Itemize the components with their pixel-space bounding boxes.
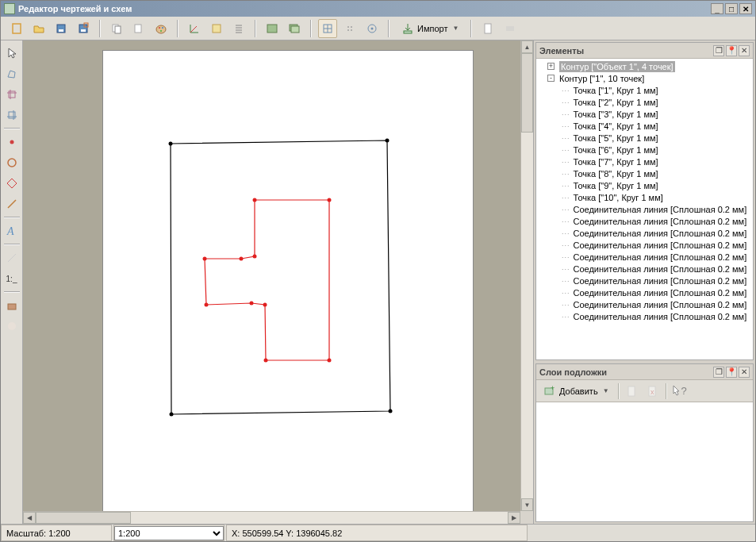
canvas-viewport[interactable]: ▲ ▼ ◀ ▶ <box>23 40 533 524</box>
tree-row[interactable]: ···Соединительная линия [Сплошная 0.2 мм… <box>538 203 751 215</box>
layer-settings-button[interactable] <box>624 383 640 399</box>
new-file-button[interactable] <box>7 19 26 38</box>
save-button[interactable] <box>52 19 71 38</box>
copy-button[interactable] <box>107 19 126 38</box>
axes-button[interactable] <box>185 19 204 38</box>
doc-a-button[interactable] <box>478 19 497 38</box>
image-b-button[interactable] <box>285 19 304 38</box>
minimize-button[interactable]: _ <box>711 3 723 14</box>
point-icon <box>6 136 18 148</box>
elements-tree[interactable]: +Контур ["Объект 1", 4 точек]-Контур ["1… <box>536 59 753 359</box>
pane-pin-button[interactable]: 📍 <box>726 367 737 378</box>
tree-expander[interactable]: + <box>547 63 555 70</box>
tree-row-label: Точка ["7", Круг 1 мм] <box>574 156 658 167</box>
doc-icon <box>482 22 494 35</box>
tree-row-label: Соединительная линия [Сплошная 0.2 мм] <box>574 216 747 227</box>
measure-tool[interactable] <box>2 248 21 267</box>
tree-row[interactable]: ···Точка ["9", Круг 1 мм] <box>538 179 751 191</box>
scroll-thumb-v[interactable] <box>521 53 533 133</box>
grid-inner-button[interactable] <box>340 19 359 38</box>
blur-tool[interactable] <box>2 317 21 336</box>
svg-point-51 <box>263 303 267 307</box>
tree-row[interactable]: ···Точка ["3", Круг 1 мм] <box>538 108 751 120</box>
tree-row[interactable]: ···Соединительная линия [Сплошная 0.2 мм… <box>538 263 751 275</box>
scale-tool[interactable]: 1:_ <box>2 269 21 288</box>
tree-row[interactable]: ···Соединительная линия [Сплошная 0.2 мм… <box>538 298 751 310</box>
open-file-button[interactable] <box>29 19 48 38</box>
tree-branch-icon: ··· <box>562 275 570 286</box>
tree-branch-icon: ··· <box>562 192 570 203</box>
tree-row[interactable]: ···Точка ["1", Круг 1 мм] <box>538 84 751 96</box>
scroll-down-button[interactable]: ▼ <box>521 498 533 511</box>
paste-button[interactable] <box>129 19 148 38</box>
tree-row[interactable]: ···Соединительная линия [Сплошная 0.2 мм… <box>538 239 751 251</box>
doc-b-button[interactable] <box>501 19 520 38</box>
pane-dock-a-button[interactable]: ❐ <box>713 367 724 378</box>
tree-row[interactable]: ···Точка ["10", Круг 1 мм] <box>538 191 751 203</box>
pane-pin-button[interactable]: 📍 <box>726 45 737 56</box>
rhombus-tool[interactable] <box>2 174 21 193</box>
layer-delete-button[interactable]: x <box>645 383 661 399</box>
right-panes: Элементы ❐ 📍 ✕ +Контур ["Объект 1", 4 то… <box>533 40 755 524</box>
horizontal-scrollbar[interactable]: ◀ ▶ <box>23 511 520 524</box>
tree-row[interactable]: ···Соединительная линия [Сплошная 0.2 мм… <box>538 215 751 227</box>
tree-row[interactable]: ···Соединительная линия [Сплошная 0.2 мм… <box>538 286 751 298</box>
tree-row[interactable]: -Контур ["1", 10 точек] <box>538 72 751 84</box>
layers-help-button[interactable]: ? <box>672 385 687 398</box>
tree-row[interactable]: ···Соединительная линия [Сплошная 0.2 мм… <box>538 251 751 263</box>
scale-select-input[interactable]: 1:200 <box>114 526 224 540</box>
grid-outer-button[interactable] <box>318 19 337 38</box>
select-tool[interactable] <box>2 44 21 63</box>
tool-separator <box>4 244 20 245</box>
layers-add-button[interactable]: + Добавить ▼ <box>539 382 613 400</box>
tree-row[interactable]: ···Точка ["8", Круг 1 мм] <box>538 167 751 179</box>
tree-branch-icon: ··· <box>562 133 570 144</box>
main-toolbar: Импорт ▼ <box>1 17 755 40</box>
canvas-page[interactable] <box>102 50 474 517</box>
tree-row[interactable]: ···Точка ["4", Круг 1 мм] <box>538 120 751 132</box>
crop-a-tool[interactable] <box>2 85 21 104</box>
tree-row[interactable]: ···Точка ["7", Круг 1 мм] <box>538 156 751 167</box>
svg-point-52 <box>250 302 254 306</box>
line-tool[interactable] <box>2 194 21 213</box>
tree-row[interactable]: ···Точка ["2", Круг 1 мм] <box>538 96 751 108</box>
tree-row-label: Точка ["9", Круг 1 мм] <box>574 180 658 191</box>
snap-button[interactable] <box>363 19 382 38</box>
tree-row[interactable]: ···Точка ["5", Круг 1 мм] <box>538 132 751 144</box>
close-button[interactable]: ✕ <box>739 3 752 14</box>
tree-row[interactable]: +Контур ["Объект 1", 4 точек] <box>538 60 751 72</box>
palette-icon <box>155 22 167 35</box>
pane-close-button[interactable]: ✕ <box>739 45 750 56</box>
crop-b-tool[interactable] <box>2 106 21 125</box>
scroll-up-button[interactable]: ▲ <box>521 40 533 53</box>
palette-button[interactable] <box>152 19 171 38</box>
pane-dock-a-button[interactable]: ❐ <box>713 45 724 56</box>
drawing[interactable] <box>103 51 473 516</box>
text-tool[interactable]: A <box>2 221 21 240</box>
tree-expander[interactable]: - <box>547 75 555 82</box>
svg-rect-4 <box>81 29 86 32</box>
scroll-thumb-h[interactable] <box>36 512 131 524</box>
layers-list[interactable] <box>536 402 753 521</box>
list-button[interactable] <box>229 19 248 38</box>
tree-row[interactable]: ···Соединительная линия [Сплошная 0.2 мм… <box>538 310 751 322</box>
image-a-button[interactable] <box>263 19 282 38</box>
pane-close-button[interactable]: ✕ <box>739 367 750 378</box>
toolbar-separator <box>177 20 178 37</box>
tree-row[interactable]: ···Точка ["6", Круг 1 мм] <box>538 144 751 156</box>
scroll-left-button[interactable]: ◀ <box>23 512 36 524</box>
polygon-tool[interactable] <box>2 64 21 83</box>
point-tool[interactable] <box>2 133 21 152</box>
props-button[interactable] <box>207 19 226 38</box>
tree-row[interactable]: ···Соединительная линия [Сплошная 0.2 мм… <box>538 227 751 239</box>
props-icon <box>210 22 223 35</box>
import-button[interactable]: Импорт ▼ <box>396 20 464 37</box>
vertical-scrollbar[interactable]: ▲ ▼ <box>520 40 533 511</box>
status-scale-select[interactable]: 1:200 <box>113 525 224 541</box>
maximize-button[interactable]: □ <box>725 3 738 14</box>
save-as-button[interactable] <box>74 19 93 38</box>
tree-row[interactable]: ···Соединительная линия [Сплошная 0.2 мм… <box>538 275 751 286</box>
scroll-right-button[interactable]: ▶ <box>508 512 520 524</box>
circle-tool[interactable] <box>2 153 21 172</box>
fill-tool[interactable] <box>2 296 21 315</box>
